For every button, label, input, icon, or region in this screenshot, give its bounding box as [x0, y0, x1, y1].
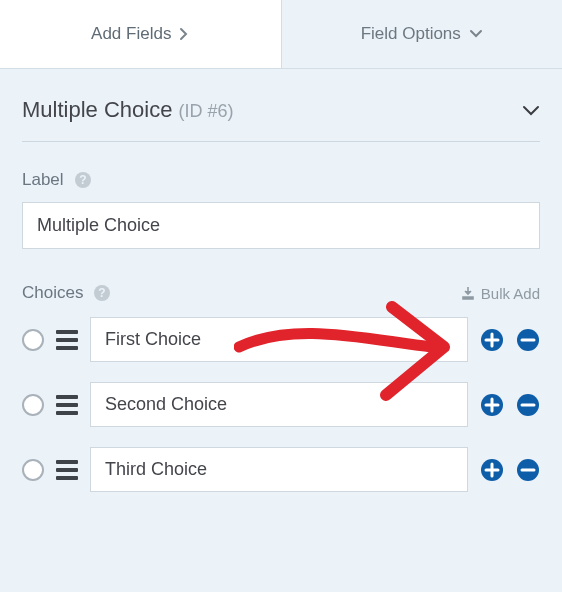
help-icon[interactable]: ? [93, 284, 111, 302]
label-row: Label ? [22, 170, 540, 190]
choice-radio[interactable] [22, 459, 44, 481]
choice-row [22, 447, 540, 492]
add-choice-button[interactable] [480, 393, 504, 417]
help-icon[interactable]: ? [74, 171, 92, 189]
choice-row [22, 317, 540, 362]
drag-handle-icon[interactable] [56, 330, 78, 350]
drag-handle-icon[interactable] [56, 395, 78, 415]
chevron-down-icon [469, 29, 483, 39]
bulk-add-button[interactable]: Bulk Add [461, 285, 540, 302]
download-icon [461, 286, 475, 300]
choice-input[interactable] [90, 317, 468, 362]
tabs-bar: Add Fields Field Options [0, 0, 562, 69]
panel-title-text: Multiple Choice [22, 97, 172, 122]
add-choice-button[interactable] [480, 458, 504, 482]
tab-add-fields-label: Add Fields [91, 24, 171, 44]
panel-header[interactable]: Multiple Choice (ID #6) [22, 97, 540, 142]
label-input[interactable] [22, 202, 540, 249]
svg-text:?: ? [79, 173, 86, 187]
bulk-add-label: Bulk Add [481, 285, 540, 302]
choice-row [22, 382, 540, 427]
choice-radio[interactable] [22, 329, 44, 351]
tab-add-fields[interactable]: Add Fields [0, 0, 282, 68]
choice-radio[interactable] [22, 394, 44, 416]
choices-label-group: Choices ? [22, 283, 111, 303]
choice-input[interactable] [90, 382, 468, 427]
choices-header: Choices ? Bulk Add [22, 283, 540, 303]
tab-field-options[interactable]: Field Options [282, 0, 563, 68]
drag-handle-icon[interactable] [56, 460, 78, 480]
field-options-panel: Multiple Choice (ID #6) Label ? Choices … [0, 69, 562, 492]
choices-label: Choices [22, 283, 83, 303]
panel-title: Multiple Choice (ID #6) [22, 97, 234, 123]
remove-choice-button[interactable] [516, 458, 540, 482]
remove-choice-button[interactable] [516, 328, 540, 352]
panel-id: (ID #6) [179, 101, 234, 121]
label-text: Label [22, 170, 64, 190]
chevron-down-icon[interactable] [522, 104, 540, 116]
remove-choice-button[interactable] [516, 393, 540, 417]
tab-field-options-label: Field Options [361, 24, 461, 44]
add-choice-button[interactable] [480, 328, 504, 352]
chevron-right-icon [179, 27, 189, 41]
svg-text:?: ? [99, 286, 106, 300]
choice-input[interactable] [90, 447, 468, 492]
